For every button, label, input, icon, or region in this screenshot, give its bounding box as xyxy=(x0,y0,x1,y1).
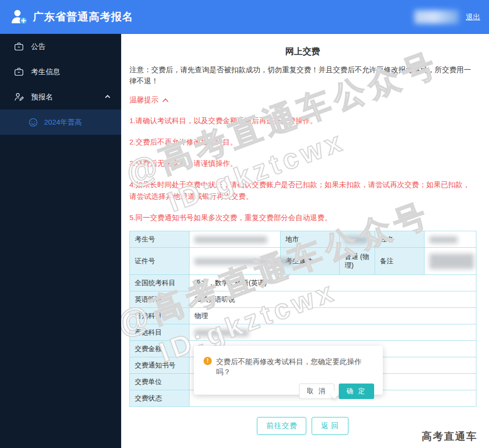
briefcase-icon xyxy=(14,66,24,77)
main-content: 网上交费 注意：交费后，请先查询是否被扣款成功，切勿重复交费！并且交费后不允许再… xyxy=(121,34,489,448)
field-value-candidate-type: 普通 (物理) xyxy=(340,248,375,275)
sidebar-item-label: 预报名 xyxy=(31,93,53,102)
field-label-secondary-subjects: 再选科目 xyxy=(130,324,189,341)
username-redacted xyxy=(414,10,459,24)
field-value-exam-no xyxy=(189,231,281,248)
field-value-secondary-subjects xyxy=(189,324,476,341)
table-row: 考生号 地市 姓名 xyxy=(130,231,476,248)
back-button[interactable]: 返 回 xyxy=(312,417,348,435)
smiley-icon xyxy=(28,117,38,128)
tip-item: 4.如果长时间处于交费中状态，请确认交费账户是否已扣款；如果未扣款，请尝试再次交… xyxy=(129,179,476,202)
sidebar-subitem-2024-gaokao[interactable]: 2024年普高 xyxy=(0,110,121,135)
field-value-national-subjects: 语文，数学，外语(英语) xyxy=(189,275,476,291)
sidebar-item-pre-registration[interactable]: 预报名 xyxy=(0,84,121,110)
chevron-up-icon xyxy=(162,98,169,102)
field-label-exam-no: 考生号 xyxy=(130,231,189,248)
sidebar-item-candidate-info[interactable]: 考生信息 xyxy=(0,59,121,84)
field-value-name xyxy=(425,231,476,248)
field-value-id-no xyxy=(189,248,281,275)
dialog-message: 交费后不能再修改考试科目，您确定要此操作吗？ xyxy=(216,356,374,377)
table-row: 再选科目 xyxy=(130,324,476,341)
sidebar-item-label: 考生信息 xyxy=(31,67,60,77)
field-value-city xyxy=(340,231,375,248)
redacted-value xyxy=(194,329,249,336)
redacted-value xyxy=(429,236,457,243)
confirm-button[interactable]: 确 定 xyxy=(339,384,374,399)
field-label-payment-unit: 交费单位 xyxy=(130,374,189,390)
chevron-up-icon[interactable] xyxy=(105,94,110,99)
sidebar: 公告 考生信息 预报名 xyxy=(0,34,121,448)
cancel-button[interactable]: 取 消 xyxy=(299,384,334,399)
sidebar-item-label: 公告 xyxy=(31,42,46,51)
field-label-remark: 备注 xyxy=(375,248,425,275)
field-label-name: 姓名 xyxy=(375,231,425,248)
field-label-id-no: 证件号 xyxy=(130,248,189,275)
tip-item: 3.交费后无法退费，请谨慎操作。 xyxy=(129,158,476,169)
sidebar-subitem-label: 2024年普高 xyxy=(44,118,82,127)
warning-icon: ! xyxy=(204,357,212,365)
field-label-primary-subject: 首选科目 xyxy=(130,308,189,324)
field-value-primary-subject: 物理 xyxy=(189,308,476,324)
field-label-payment-amount: 交费金额 xyxy=(130,341,189,357)
table-row: 全国统考科目 语文，数学，外语(英语) xyxy=(130,275,476,291)
tips-header-label: 温馨提示 xyxy=(129,96,158,105)
user-plus-icon xyxy=(10,7,29,27)
tip-item: 1.请确认考试科目，以及交费金额无误后再进行交费操作。 xyxy=(129,115,476,126)
table-row: 英语听说 加试英语听说 xyxy=(130,291,476,308)
confirm-payment-popover: ! 交费后不能再修改考试科目，您确定要此操作吗？ 取 消 确 定 xyxy=(194,346,383,395)
tip-item: 2.交费后不再允许修改报考科目。 xyxy=(129,136,476,147)
redacted-value xyxy=(429,254,474,269)
field-label-national-subjects: 全国统考科目 xyxy=(130,275,189,291)
redacted-value xyxy=(345,236,368,243)
table-row: 首选科目 物理 xyxy=(130,308,476,324)
payment-notice: 注意：交费后，请先查询是否被扣款成功，切勿重复交费！并且交费后不允许再修改报考科… xyxy=(129,64,476,87)
edit-user-icon xyxy=(14,92,24,102)
table-row: 证件号 考生属性 普通 (物理) 备注 xyxy=(130,248,476,275)
field-label-payment-status: 交费状态 xyxy=(130,390,189,407)
tip-item: 5.同一交费通知书号如果多次交费，重复交费部分会自动退费。 xyxy=(129,212,476,223)
tips-header[interactable]: 温馨提示 xyxy=(129,96,476,105)
app-title: 广东省普通高考报名 xyxy=(33,10,133,24)
field-value-remark xyxy=(425,248,476,275)
go-to-payment-button[interactable]: 前往交费 xyxy=(257,417,306,435)
sidebar-item-announcements[interactable]: 公告 xyxy=(0,34,121,59)
field-label-city: 地市 xyxy=(281,231,340,248)
app-window: 广东省普通高考报名 退出 公告 考生信息 xyxy=(0,0,489,448)
field-label-english-listening: 英语听说 xyxy=(130,291,189,308)
field-label-payment-notice-no: 交费通知书号 xyxy=(130,357,189,374)
logout-link[interactable]: 退出 xyxy=(466,13,480,22)
redacted-value xyxy=(194,236,267,243)
page-title: 网上交费 xyxy=(129,46,476,57)
briefcase-icon xyxy=(14,41,24,52)
redacted-value xyxy=(194,258,294,265)
footer-brand: 高考直通车 xyxy=(422,430,477,443)
top-header-bar: 广东省普通高考报名 退出 xyxy=(0,0,489,34)
field-value-english-listening: 加试英语听说 xyxy=(189,291,476,308)
